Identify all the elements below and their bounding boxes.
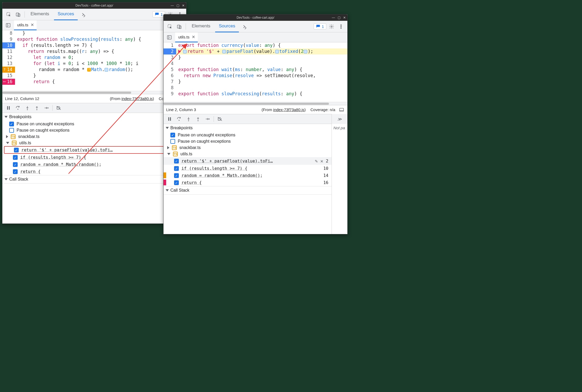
- pause-caught-row[interactable]: ✓ Pause on caught exceptions: [2, 127, 186, 133]
- pause-button[interactable]: [165, 115, 174, 123]
- ts-file-icon: TS: [11, 134, 16, 139]
- callstack-header[interactable]: Call Stack: [2, 175, 186, 183]
- svg-point-19: [331, 26, 332, 27]
- breakpoint-row[interactable]: ✓ if (results.length >= 7) { 10: [164, 165, 332, 172]
- bp-file-utils[interactable]: TS utils.ts: [164, 151, 332, 157]
- breakpoint-row[interactable]: ✓ if (results.length >= 7) { 10: [2, 154, 186, 161]
- tab-sources[interactable]: Sources: [215, 21, 239, 32]
- deactivate-breakpoints-button[interactable]: [54, 104, 63, 112]
- checkbox-checked-icon[interactable]: ✓: [13, 162, 18, 167]
- file-tab-utils[interactable]: utils.ts ✕: [175, 32, 198, 42]
- checkbox-unchecked-icon[interactable]: ✓: [170, 139, 175, 144]
- ts-file-icon: TS: [173, 152, 178, 156]
- svg-point-11: [17, 109, 18, 110]
- bp-file-snackbar[interactable]: TS snackbar.ts: [2, 133, 186, 140]
- ts-file-icon: TS: [12, 141, 17, 145]
- bp-file-utils[interactable]: TS utils.ts: [2, 140, 186, 146]
- remove-breakpoint-icon[interactable]: ✕: [320, 158, 323, 164]
- close-icon[interactable]: ✕: [182, 4, 185, 7]
- chevron-down-icon: [6, 142, 9, 144]
- horizontal-scrollbar[interactable]: [2, 91, 186, 94]
- code-editor[interactable]: 1export function currency(value: any) { …: [164, 42, 347, 102]
- breakpoint-row[interactable]: ✓ random = random * Math.random(); 14: [2, 161, 186, 168]
- inspect-icon[interactable]: [166, 22, 174, 31]
- breakpoint-row[interactable]: ✓ return { 16: [2, 168, 186, 175]
- not-paused-label: Not pa: [333, 126, 345, 130]
- maximize-icon[interactable]: ▢: [176, 4, 179, 7]
- breakpoint-row[interactable]: ✓ return { 16: [164, 179, 332, 186]
- checkbox-checked-icon[interactable]: ✓: [174, 166, 179, 171]
- edit-breakpoint-icon[interactable]: ✎: [315, 158, 318, 164]
- tab-sources[interactable]: Sources: [54, 9, 78, 20]
- step-into-button[interactable]: [184, 115, 193, 123]
- checkbox-unchecked-icon[interactable]: ✓: [9, 128, 14, 133]
- settings-icon[interactable]: [327, 22, 336, 31]
- devtools-window-right: DevTools - coffee-cart.app/ — ▢ ✕ Elemen…: [163, 14, 348, 234]
- sourcemap-link[interactable]: index-73f73a80.js: [121, 96, 152, 101]
- tab-elements[interactable]: Elements: [188, 21, 214, 32]
- close-icon[interactable]: ✕: [343, 16, 346, 19]
- more-tabs-icon[interactable]: [240, 22, 248, 31]
- step-button[interactable]: [203, 115, 212, 123]
- kebab-icon[interactable]: [337, 22, 345, 31]
- file-tab-utils[interactable]: utils.ts ✕: [14, 20, 37, 30]
- issues-count: 1: [161, 12, 163, 17]
- device-toggle-icon[interactable]: [14, 10, 22, 19]
- pause-uncaught-row[interactable]: ✓ Pause on uncaught exceptions: [2, 121, 186, 127]
- checkbox-checked-icon[interactable]: ✓: [174, 159, 179, 163]
- breakpoint-row[interactable]: ✓ return '$' + parseFloat(value).toFi… ✎…: [164, 157, 332, 165]
- device-toggle-icon[interactable]: [175, 22, 184, 31]
- chevron-down-icon: [166, 127, 169, 129]
- show-coverage-icon[interactable]: [338, 107, 345, 113]
- code-editor[interactable]: 8 } 9export function slowProcessing(resu…: [2, 30, 186, 91]
- titlebar-title: DevTools - coffee-cart.app/: [236, 16, 274, 19]
- svg-rect-1: [16, 13, 19, 16]
- checkbox-checked-icon[interactable]: ✓: [170, 133, 175, 137]
- status-bar: Line 2, Column 3 (From index-73f73a80.js…: [164, 105, 347, 114]
- pause-caught-row[interactable]: ✓ Pause on caught exceptions: [164, 138, 332, 145]
- breakpoint-row-highlighted[interactable]: ✓ return '$' + parseFloat(value).toFi… ✎…: [4, 146, 185, 154]
- breakpoint-row[interactable]: ✓ random = random * Math.random(); 14: [164, 172, 332, 179]
- breakpoints-header[interactable]: Breakpoints: [164, 124, 332, 132]
- svg-rect-7: [6, 23, 10, 27]
- file-tabbar: utils.ts ✕: [164, 32, 347, 42]
- horizontal-scrollbar[interactable]: [164, 102, 347, 105]
- minimize-icon[interactable]: —: [332, 16, 335, 19]
- svg-point-4: [179, 12, 180, 13]
- tab-elements[interactable]: Elements: [27, 9, 53, 20]
- breakpoints-header[interactable]: Breakpoints: [2, 113, 186, 121]
- titlebar: DevTools - coffee-cart.app/ — ▢ ✕: [2, 2, 186, 9]
- checkbox-checked-icon[interactable]: ✓: [13, 155, 18, 160]
- pause-uncaught-row[interactable]: ✓ Pause on uncaught exceptions: [164, 132, 332, 138]
- step-over-button[interactable]: [13, 104, 22, 112]
- debugger-toolbar: [2, 103, 186, 113]
- checkbox-checked-icon[interactable]: ✓: [174, 173, 179, 178]
- checkbox-checked-icon[interactable]: ✓: [9, 122, 14, 126]
- step-button[interactable]: [42, 104, 51, 112]
- step-over-button[interactable]: [175, 115, 184, 123]
- navigator-toggle-icon[interactable]: [166, 34, 173, 41]
- checkbox-checked-icon[interactable]: ✓: [174, 180, 179, 185]
- step-out-button[interactable]: [194, 115, 203, 123]
- checkbox-checked-icon[interactable]: ✓: [14, 148, 19, 152]
- step-out-button[interactable]: [32, 104, 41, 112]
- navigator-toggle-icon[interactable]: [4, 22, 12, 29]
- more-tabs-icon[interactable]: ≫: [337, 117, 342, 122]
- pause-button[interactable]: [4, 104, 13, 112]
- checkbox-checked-icon[interactable]: ✓: [13, 169, 18, 174]
- callstack-header[interactable]: Call Stack: [164, 186, 332, 194]
- file-tab-close-icon[interactable]: ✕: [192, 34, 195, 39]
- callstack-pane: Call Stack: [2, 175, 186, 183]
- file-tab-close-icon[interactable]: ✕: [31, 22, 34, 27]
- inspect-icon[interactable]: [4, 10, 13, 19]
- step-into-button[interactable]: [23, 104, 32, 112]
- maximize-icon[interactable]: ▢: [338, 16, 341, 19]
- sourcemap-link[interactable]: index-73f73a80.js: [273, 107, 304, 112]
- more-tabs-icon[interactable]: [79, 10, 87, 19]
- deactivate-breakpoints-button[interactable]: [215, 115, 224, 123]
- status-bar: Line 12, Column 12 (From index-73f73a80.…: [2, 94, 186, 103]
- issues-badge[interactable]: 1: [314, 23, 326, 29]
- chevron-down-icon: [167, 153, 170, 155]
- bp-file-snackbar[interactable]: TS snackbar.ts: [164, 145, 332, 151]
- minimize-icon[interactable]: —: [171, 4, 174, 7]
